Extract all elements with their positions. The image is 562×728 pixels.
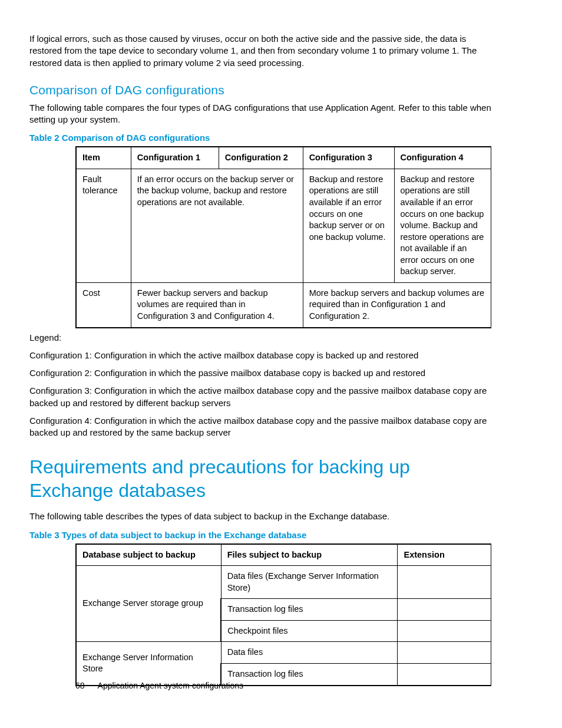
table-comparison-dag: Item Configuration 1 Configuration 2 Con… — [75, 146, 491, 328]
section1-intro-paragraph: The following table compares the four ty… — [29, 102, 491, 126]
col-header: Configuration 2 — [219, 147, 303, 169]
table-row: Database subject to backup Files subject… — [76, 544, 491, 566]
table-row: Exchange Server Information Store Data f… — [76, 642, 491, 664]
cell-db: Exchange Server Information Store — [76, 642, 221, 686]
col-header: Files subject to backup — [221, 544, 398, 566]
page-footer: 68 Application Agent system configuratio… — [75, 681, 243, 690]
page-number: 68 — [75, 681, 85, 690]
col-header: Extension — [398, 544, 491, 566]
col-header: Database subject to backup — [76, 544, 221, 566]
cell-files: Transaction log files — [221, 599, 398, 621]
cell-config-3: Backup and restore operations are still … — [303, 169, 394, 282]
footer-title: Application Agent system configurations — [98, 681, 243, 690]
cell-item: Fault tolerance — [76, 169, 131, 282]
legend-label: Legend: — [29, 332, 491, 344]
cell-item: Cost — [76, 282, 131, 327]
cell-files: Transaction log files — [221, 663, 398, 685]
cell-config-4: Backup and restore operations are still … — [394, 169, 491, 282]
legend-item: Configuration 3: Configuration in which … — [29, 385, 491, 409]
table3-caption: Table 3 Types of data subject to backup … — [29, 530, 491, 540]
cell-ext — [398, 663, 491, 685]
col-header: Configuration 3 — [303, 147, 394, 169]
legend-item: Configuration 1: Configuration in which … — [29, 350, 491, 361]
table-row: Fault tolerance If an error occurs on th… — [76, 169, 491, 282]
legend-item: Configuration 4: Configuration in which … — [29, 415, 491, 439]
heading-requirements: Requirements and precautions for backing… — [29, 455, 491, 502]
cell-ext — [398, 566, 491, 599]
intro-paragraph: If logical errors, such as those caused … — [29, 33, 491, 69]
cell-files: Data files — [221, 642, 398, 664]
cell-ext — [398, 642, 491, 664]
cell-ext — [398, 599, 491, 621]
table-row: Cost Fewer backup servers and backup vol… — [76, 282, 491, 327]
section2-intro-paragraph: The following table describes the types … — [29, 510, 491, 522]
heading-comparison-dag: Comparison of DAG configurations — [29, 83, 491, 97]
col-header: Configuration 4 — [394, 147, 491, 169]
col-header: Item — [76, 147, 131, 169]
cell-ext — [398, 620, 491, 642]
col-header: Configuration 1 — [131, 147, 219, 169]
table-row: Exchange Server storage group Data files… — [76, 566, 491, 599]
table2-caption: Table 2 Comparison of DAG configurations — [29, 133, 491, 143]
cell-files: Data files (Exchange Server Information … — [221, 566, 398, 599]
table-types-of-data: Database subject to backup Files subject… — [75, 543, 491, 686]
cell-config-3-4: More backup servers and backup volumes a… — [303, 282, 491, 327]
legend-item: Configuration 2: Configuration in which … — [29, 367, 491, 379]
cell-config-1-2: If an error occurs on the backup server … — [131, 169, 303, 282]
cell-config-1-2: Fewer backup servers and backup volumes … — [131, 282, 303, 327]
table-row: Item Configuration 1 Configuration 2 Con… — [76, 147, 491, 169]
cell-db: Exchange Server storage group — [76, 566, 221, 642]
cell-files: Checkpoint files — [221, 620, 398, 642]
